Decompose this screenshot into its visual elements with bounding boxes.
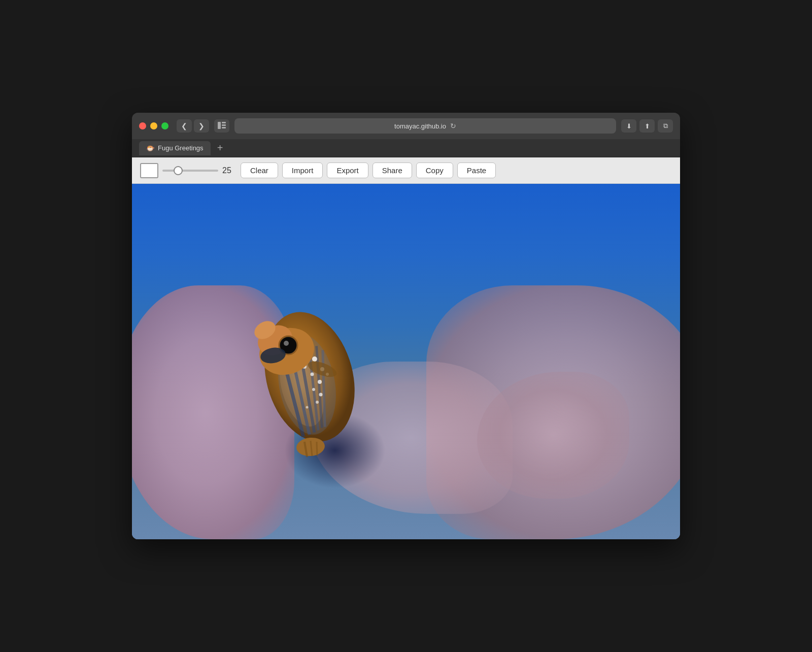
close-button[interactable] [139,122,146,129]
active-tab[interactable]: 🐡 Fugu Greetings [139,141,211,155]
content-area: 25 Clear Import Export Share Copy Paste [132,157,680,539]
svg-rect-3 [222,127,226,128]
tabs-button[interactable]: ⧉ [658,119,673,133]
share-browser-button[interactable]: ⬆ [639,119,655,133]
brush-size-value: 25 [222,166,236,175]
sidebar-toggle-button[interactable] [214,119,229,133]
brush-size-slider[interactable] [162,170,218,172]
tab-favicon: 🐡 [146,144,155,152]
traffic-lights [139,122,168,129]
share-browser-icon: ⬆ [645,122,650,130]
svg-rect-0 [218,122,221,129]
clear-button[interactable]: Clear [241,162,278,178]
svg-point-15 [311,373,314,376]
svg-point-16 [318,380,322,384]
svg-point-22 [306,406,309,409]
fish-scene [132,184,680,539]
sidebar-icon [218,122,226,131]
app-toolbar: 25 Clear Import Export Share Copy Paste [132,157,680,184]
export-button[interactable]: Export [327,162,368,178]
svg-line-35 [317,442,317,456]
download-button[interactable]: ⬇ [621,119,636,133]
nav-buttons: ❮ ❯ [177,119,209,133]
browser-window: ❮ ❯ tomayac.github.io ↻ [132,113,680,539]
tab-title: Fugu Greetings [158,144,204,152]
new-tab-button[interactable]: + [214,142,227,155]
tab-bar: 🐡 Fugu Greetings + [132,139,680,157]
svg-point-18 [319,393,323,397]
svg-point-17 [312,388,315,391]
reload-icon: ↻ [450,122,456,130]
plus-icon: + [217,142,223,154]
url-text: tomayac.github.io [394,122,446,130]
canvas-area[interactable] [132,184,680,539]
import-button[interactable]: Import [282,162,323,178]
svg-rect-1 [222,122,226,123]
back-icon: ❮ [181,122,187,130]
reload-button[interactable]: ↻ [450,122,456,130]
forward-icon: ❯ [198,122,205,130]
fish [233,285,376,478]
color-picker[interactable] [140,163,158,178]
back-button[interactable]: ❮ [177,119,192,133]
minimize-button[interactable] [150,122,157,129]
copy-button[interactable]: Copy [416,162,453,178]
maximize-button[interactable] [161,122,168,129]
paste-button[interactable]: Paste [457,162,496,178]
svg-point-28 [284,341,289,346]
share-button[interactable]: Share [373,162,412,178]
svg-rect-2 [222,124,226,126]
forward-button[interactable]: ❯ [194,119,209,133]
address-bar[interactable]: tomayac.github.io ↻ [234,118,616,134]
tabs-icon: ⧉ [663,122,668,130]
browser-actions: ⬇ ⬆ ⧉ [621,119,673,133]
title-bar: ❮ ❯ tomayac.github.io ↻ [132,113,680,139]
svg-point-21 [316,401,319,404]
svg-point-13 [312,356,317,362]
download-icon: ⬇ [626,122,632,130]
